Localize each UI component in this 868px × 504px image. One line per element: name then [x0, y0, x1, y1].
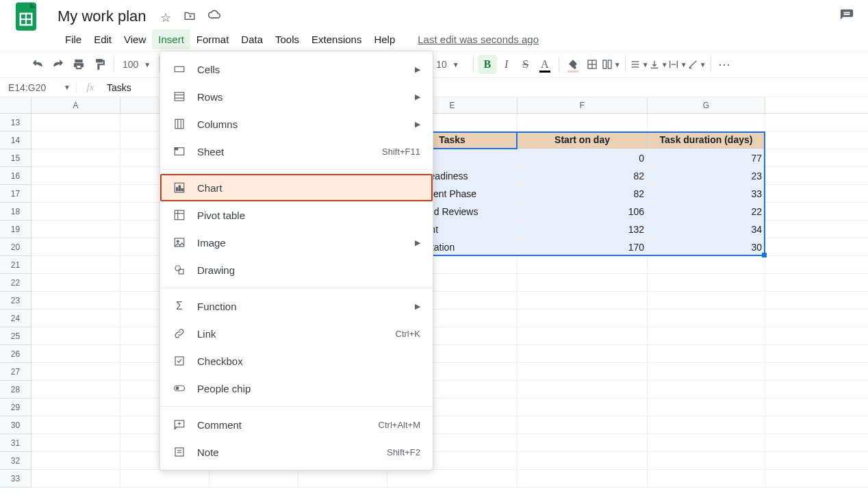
undo-button[interactable] [27, 54, 48, 75]
cell-A16[interactable] [31, 167, 120, 184]
cell-G21[interactable] [648, 256, 765, 273]
insert-checkbox[interactable]: Checkbox [160, 347, 433, 375]
insert-sheet[interactable]: SheetShift+F11 [160, 138, 433, 165]
row-header-16[interactable]: 16 [0, 167, 31, 185]
menu-data[interactable]: Data [235, 29, 269, 49]
cell-F13[interactable] [518, 114, 648, 131]
comment-history-icon[interactable] [839, 8, 863, 25]
column-headers[interactable]: ABCDEFG [31, 97, 868, 114]
menu-format[interactable]: Format [190, 29, 235, 49]
col-header-G[interactable]: G [648, 97, 765, 113]
cell-A33[interactable] [31, 470, 120, 487]
row-header-21[interactable]: 21 [0, 256, 31, 274]
cloud-status-icon[interactable] [203, 8, 225, 22]
insert-function[interactable]: ΣFunction▶ [160, 292, 433, 320]
row-header-23[interactable]: 23 [0, 292, 31, 310]
cell-F23[interactable] [518, 292, 648, 309]
cell-A29[interactable] [31, 399, 120, 416]
insert-comment[interactable]: CommentCtrl+Alt+M [160, 411, 433, 438]
cell-G16[interactable]: 23 [648, 167, 765, 184]
cell-G28[interactable] [648, 381, 765, 398]
document-title[interactable]: My work plan [53, 6, 151, 27]
cell-G30[interactable] [648, 416, 765, 433]
menu-edit[interactable]: Edit [88, 29, 118, 49]
cell-A14[interactable] [31, 131, 120, 149]
row-header-31[interactable]: 31 [0, 434, 31, 452]
cells-area[interactable]: TasksStart on dayTask duration (days)Sou… [31, 114, 868, 504]
redo-button[interactable] [48, 54, 68, 75]
cell-D33[interactable] [298, 470, 387, 487]
cell-A19[interactable] [31, 220, 120, 238]
row-header-24[interactable]: 24 [0, 310, 31, 327]
cell-G29[interactable] [648, 399, 765, 416]
cell-A20[interactable] [31, 238, 120, 255]
row-header-26[interactable]: 26 [0, 345, 31, 363]
cell-F28[interactable] [518, 381, 648, 398]
row-header-15[interactable]: 15 [0, 149, 31, 167]
insert-drawing[interactable]: Drawing [160, 256, 433, 284]
menu-extensions[interactable]: Extensions [305, 29, 368, 49]
star-icon[interactable]: ☆ [155, 10, 177, 25]
row-headers[interactable]: 1314151617181920212223242526272829303132… [0, 114, 31, 488]
row-header-28[interactable]: 28 [0, 381, 31, 399]
insert-note[interactable]: NoteShift+F2 [160, 438, 433, 466]
row-header-30[interactable]: 30 [0, 416, 31, 434]
cell-F25[interactable] [518, 327, 648, 344]
cell-F21[interactable] [518, 256, 648, 273]
cell-A28[interactable] [31, 381, 120, 398]
cell-F20[interactable]: 170 [518, 238, 648, 255]
row-header-29[interactable]: 29 [0, 399, 31, 416]
cell-F14[interactable]: Start on day [518, 131, 648, 149]
cell-G32[interactable] [648, 452, 765, 469]
cell-F24[interactable] [518, 310, 648, 327]
cell-A30[interactable] [31, 416, 120, 433]
cell-G26[interactable] [648, 345, 765, 362]
merge-button[interactable]: ▼ [602, 55, 621, 74]
paint-format-button[interactable] [89, 54, 110, 75]
name-box[interactable]: E14:G20 ▼ [0, 82, 77, 93]
cell-A22[interactable] [31, 274, 120, 291]
cell-G14[interactable]: Task duration (days) [648, 131, 765, 149]
cell-G20[interactable]: 30 [648, 238, 765, 255]
cell-A23[interactable] [31, 292, 120, 309]
borders-button[interactable] [583, 55, 602, 74]
cell-F26[interactable] [518, 345, 648, 362]
cell-F30[interactable] [518, 416, 648, 433]
menu-view[interactable]: View [118, 29, 152, 49]
row-header-32[interactable]: 32 [0, 452, 31, 470]
cell-A21[interactable] [31, 256, 120, 273]
row-header-20[interactable]: 20 [0, 238, 31, 256]
insert-link[interactable]: LinkCtrl+K [160, 320, 433, 347]
row-header-22[interactable]: 22 [0, 274, 31, 292]
col-header-A[interactable]: A [31, 97, 120, 113]
cell-F19[interactable]: 132 [518, 220, 648, 238]
cell-F17[interactable]: 82 [518, 185, 648, 202]
cell-F33[interactable] [518, 470, 648, 487]
menu-help[interactable]: Help [368, 29, 401, 49]
cell-G17[interactable]: 33 [648, 185, 765, 202]
cell-G33[interactable] [648, 470, 765, 487]
strikethrough-button[interactable]: S [516, 55, 535, 74]
cell-G27[interactable] [648, 363, 765, 380]
print-button[interactable] [68, 54, 89, 75]
fill-color-button[interactable] [563, 55, 583, 74]
cell-F31[interactable] [518, 434, 648, 451]
cell-F18[interactable]: 106 [518, 203, 648, 220]
cell-G13[interactable] [648, 114, 765, 131]
cell-G23[interactable] [648, 292, 765, 309]
cell-G22[interactable] [648, 274, 765, 291]
cell-G31[interactable] [648, 434, 765, 451]
select-all-corner[interactable] [0, 97, 31, 114]
row-header-13[interactable]: 13 [0, 114, 31, 131]
cell-A18[interactable] [31, 203, 120, 220]
insert-rows[interactable]: Rows▶ [160, 83, 433, 110]
spreadsheet-grid[interactable]: 1314151617181920212223242526272829303132… [0, 97, 868, 504]
row-header-18[interactable]: 18 [0, 203, 31, 220]
last-edit-link[interactable]: Last edit was seconds ago [418, 34, 539, 45]
more-toolbar-button[interactable]: ⋯ [715, 55, 735, 74]
cell-F16[interactable]: 82 [518, 167, 648, 184]
insert-image[interactable]: Image▶ [160, 229, 433, 256]
cell-G24[interactable] [648, 310, 765, 327]
insert-people[interactable]: People chip [160, 375, 433, 402]
menu-tools[interactable]: Tools [269, 29, 305, 49]
